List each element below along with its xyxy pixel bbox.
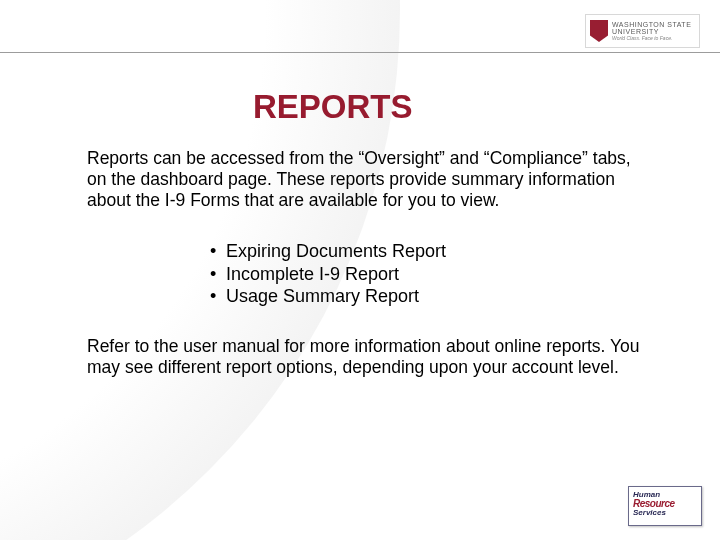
list-item: • Usage Summary Report (210, 285, 446, 308)
list-item: • Incomplete I-9 Report (210, 263, 446, 286)
wsu-logo: WASHINGTON STATE UNIVERSITY World Class.… (585, 14, 700, 48)
list-item: • Expiring Documents Report (210, 240, 446, 263)
slide-title: REPORTS (253, 88, 413, 126)
bullet-list: • Expiring Documents Report • Incomplete… (210, 240, 446, 308)
wsu-logo-line1: WASHINGTON STATE UNIVERSITY (612, 21, 695, 35)
list-item-label: Incomplete I-9 Report (226, 263, 399, 286)
hrs-logo: Human Resource Services (628, 486, 702, 526)
wsu-logo-text: WASHINGTON STATE UNIVERSITY World Class.… (612, 21, 695, 41)
wsu-logo-tagline: World Class. Face to Face. (612, 36, 695, 41)
hrs-logo-line3: Services (633, 508, 697, 517)
intro-paragraph: Reports can be accessed from the “Oversi… (87, 148, 643, 211)
bullet-icon: • (210, 263, 226, 286)
bullet-icon: • (210, 285, 226, 308)
slide: WASHINGTON STATE UNIVERSITY World Class.… (0, 0, 720, 540)
closing-paragraph: Refer to the user manual for more inform… (87, 336, 647, 378)
list-item-label: Usage Summary Report (226, 285, 419, 308)
bullet-icon: • (210, 240, 226, 263)
wsu-shield-icon (590, 20, 608, 42)
divider-line (0, 52, 720, 53)
list-item-label: Expiring Documents Report (226, 240, 446, 263)
